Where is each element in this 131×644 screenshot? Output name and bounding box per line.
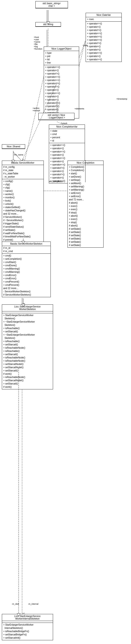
shared-title: Nice::Shared xyxy=(2,144,25,149)
action-except-label: +action+except xyxy=(32,107,40,112)
box-star-enlarger-internal-skeleton: Lics::StarEnlargerServiceWorkerInternalS… xyxy=(2,614,53,640)
m-skel-label: -m_skel xyxy=(12,603,19,605)
completion-methods: + Completion() + Completion() + start() … xyxy=(68,165,103,248)
sw-skeleton-title: Basda::ServiceWorkerSkeleton xyxy=(2,242,50,246)
completion-title: Nice::Completion xyxy=(68,161,103,165)
uml-diagram: std::basic_string<char > std::string Nic… xyxy=(0,0,131,644)
completion-var-title: Nice::CompletionVar xyxy=(49,125,85,129)
service-worker-attrs: # m_config # m_state # s_stateTable - m_… xyxy=(2,165,44,179)
star-enlarger-sw-skeleton-title: Lics::StarEnlargerServiceWorkerSkeleton xyxy=(2,305,53,312)
box-service-worker: Basda::ServiceWorker # m_config # m_stat… xyxy=(2,160,44,252)
logger-methods: + operator==() + operator<() + operator!… xyxy=(44,65,79,118)
box-datevar: Nice::DateVar + nsec + operator==() + op… xyxy=(86,13,122,62)
sw-skeleton-attrs: # m_id # m_cmd xyxy=(2,246,50,254)
m-completion-label: #m_completion xyxy=(49,180,63,183)
box-logger-object: Nice::LoggerObject + type + pid + tid + … xyxy=(44,46,79,118)
star-enlarger-sw-skeleton-methods: + StarEnlargerServiceWorker Skeleton() +… xyxy=(2,313,53,389)
logger-attrs: + type + pid + tid + line xyxy=(44,51,79,65)
box-completion: Nice::Completion + Completion() + Comple… xyxy=(68,160,104,248)
datevar-attrs: + nsec xyxy=(86,17,122,22)
svg-line-21 xyxy=(57,122,62,124)
m-internal-label: -m_internal xyxy=(28,603,38,605)
completion-var-attrs: + state + cmd + percent + id xyxy=(49,129,85,143)
star-enlarger-internal-empty xyxy=(2,621,53,623)
svg-line-10 xyxy=(13,152,22,161)
m-name-label: #m_name xyxy=(14,154,23,156)
box-string: std::string xyxy=(35,22,61,27)
datevar-methods: + operator==() + operator<() + operator!… xyxy=(86,22,122,62)
string-title: std::string xyxy=(36,22,61,26)
vector-logger-title: std::vector< Nice::LoggerObject > xyxy=(39,113,74,120)
box-shared: Nice::Shared xyxy=(2,144,25,149)
date-label: +date xyxy=(82,44,88,46)
service-worker-methods: + config() + cfg() + cfg() + name() + wo… xyxy=(2,179,44,252)
host-label: +host+user+name+file+log+function xyxy=(34,36,42,50)
star-enlarger-sw-skeleton-empty xyxy=(2,312,53,313)
basic-string-title: std::basic_string<char > xyxy=(36,2,68,8)
timestamp-label: +timestamp xyxy=(116,98,127,100)
box-sw-skeleton: Basda::ServiceWorkerSkeleton # m_id # m_… xyxy=(2,242,51,297)
sw-skeleton-methods: + cmd() + setCompletion() + cmdStart() +… xyxy=(2,254,50,297)
box-basic-string: std::basic_string<char > xyxy=(35,1,68,8)
elements-label: +elements xyxy=(74,108,84,110)
box-star-enlarger-sw-skeleton: Lics::StarEnlargerServiceWorkerSkeleton … xyxy=(2,304,53,390)
service-worker-title: Basda::ServiceWorker xyxy=(2,161,44,165)
logger-object-title: Nice::LoggerObject xyxy=(44,47,79,51)
star-enlarger-internal-methods: + StarEnlargerServiceWorker InternalSkel… xyxy=(2,623,53,640)
star-enlarger-internal-skeleton-title: Lics::StarEnlargerServiceWorkerInternalS… xyxy=(2,614,53,621)
stack-label: +stack xyxy=(61,122,67,124)
box-vector-logger: std::vector< Nice::LoggerObject > xyxy=(38,113,74,120)
datevar-title: Nice::DateVar xyxy=(86,13,122,17)
